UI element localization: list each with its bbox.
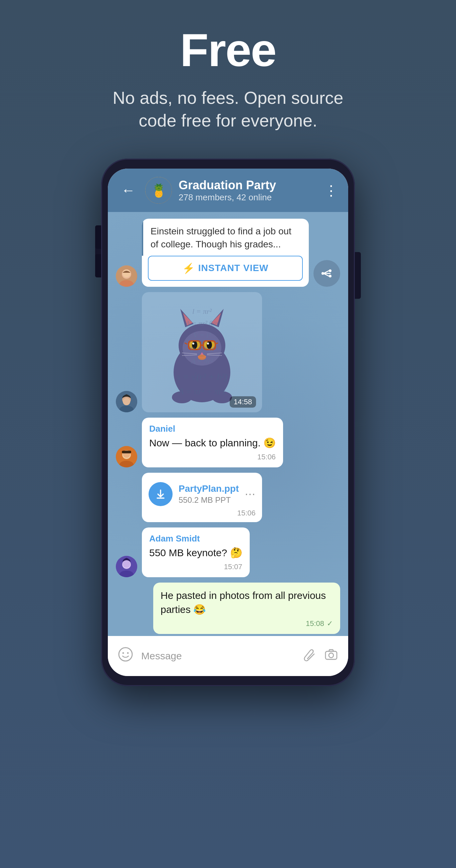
message-input-bar: Message (108, 636, 348, 676)
group-avatar-image: 🍍 (145, 177, 172, 204)
message-sender: Adam Smidt (149, 533, 242, 544)
file-info: PartyPlan.ppt 550.2 MB PPT (179, 484, 239, 505)
svg-point-5 (123, 270, 130, 277)
phone-side-button-right[interactable] (355, 252, 361, 299)
sent-message-bubble: He pasted in photos from all previous pa… (153, 583, 340, 634)
back-button[interactable]: ← (118, 179, 139, 202)
svg-point-6 (329, 270, 332, 272)
link-preview-bubble: Einstein struggled to find a job out of … (142, 219, 309, 286)
user-avatar-guy1 (116, 391, 137, 412)
svg-point-51 (127, 652, 129, 654)
app-bar: ← 🍍 Graduation Party 278 members, 42 onl… (108, 168, 348, 212)
svg-point-12 (123, 398, 130, 405)
group-status: 278 members, 42 online (179, 192, 317, 203)
instant-view-button[interactable]: ⚡ INSTANT VIEW (148, 256, 303, 281)
link-preview-text: Einstein struggled to find a job out of … (142, 219, 309, 255)
phone-side-buttons-left (95, 225, 101, 277)
avatar (116, 266, 137, 287)
lightning-icon: ⚡ (182, 262, 195, 274)
message-meta: 15:08 ✓ (160, 619, 333, 628)
svg-text:🍍: 🍍 (151, 183, 167, 198)
file-name: PartyPlan.ppt (179, 484, 239, 494)
page-background: Free No ads, no fees. Open source code f… (0, 0, 456, 868)
sticker-background: l = πr² A = πr² θ/π V = l³ P = 2πr A = π… (142, 292, 262, 412)
avatar (116, 556, 137, 577)
sticker-time: 14:58 (230, 396, 256, 408)
volume-down-button[interactable] (95, 254, 101, 277)
message-meta: 15:06 (149, 453, 276, 461)
svg-rect-52 (326, 651, 337, 659)
message-text: Now — back to planning. 😉 (149, 436, 276, 450)
user-avatar-girl (116, 266, 137, 287)
message-meta: 15:07 (149, 562, 242, 571)
attachment-button[interactable] (302, 647, 316, 665)
svg-point-50 (123, 652, 124, 654)
camera-icon (324, 647, 338, 661)
svg-point-48 (123, 560, 130, 567)
message-sender: Daniel (149, 424, 276, 434)
group-info: Graduation Party 278 members, 42 online (179, 178, 317, 203)
attachment-icon (302, 647, 316, 661)
message-row: PartyPlan.ppt 550.2 MB PPT ⋯ 15:06 (116, 473, 340, 522)
emoji-icon (118, 647, 133, 662)
message-bubble: Daniel Now — back to planning. 😉 15:06 (142, 417, 283, 467)
chat-area: Einstein struggled to find a job out of … (108, 212, 348, 636)
hero-title: Free (180, 27, 276, 73)
file-size: 550.2 MB PPT (179, 495, 239, 505)
message-time: 15:07 (224, 562, 242, 571)
message-time: 15:06 (237, 509, 255, 518)
phone-outer: ← 🍍 Graduation Party 278 members, 42 onl… (101, 159, 355, 686)
sticker-message-row: l = πr² A = πr² θ/π V = l³ P = 2πr A = π… (116, 292, 340, 412)
message-row: Daniel Now — back to planning. 😉 15:06 (116, 417, 340, 467)
svg-rect-43 (122, 451, 131, 453)
message-time: 15:06 (257, 453, 276, 461)
share-button[interactable] (313, 260, 340, 287)
hero-subtitle: No ads, no fees. Open source code free f… (94, 87, 362, 132)
volume-up-button[interactable] (95, 225, 101, 249)
svg-point-7 (329, 275, 332, 277)
phone-mockup: ← 🍍 Graduation Party 278 members, 42 onl… (101, 159, 355, 686)
sticker-container: l = πr² A = πr² θ/π V = l³ P = 2πr A = π… (142, 292, 262, 412)
file-options-button[interactable]: ⋯ (245, 488, 255, 500)
message-text: 550 MB keynote? 🤔 (149, 546, 242, 560)
sent-message-row: He pasted in photos from all previous pa… (116, 583, 340, 634)
svg-point-8 (322, 272, 324, 275)
svg-point-53 (329, 653, 333, 658)
user-avatar-guy3 (116, 556, 137, 577)
avatar (116, 391, 137, 412)
message-meta: 15:06 (149, 509, 255, 518)
phone-screen: ← 🍍 Graduation Party 278 members, 42 onl… (108, 168, 348, 676)
message-row: Adam Smidt 550 MB keynote? 🤔 15:07 (116, 527, 340, 577)
message-bubble: Adam Smidt 550 MB keynote? 🤔 15:07 (142, 527, 250, 577)
user-avatar-guy2 (116, 446, 137, 467)
file-attachment: PartyPlan.ppt 550.2 MB PPT ⋯ (149, 477, 255, 506)
group-name: Graduation Party (179, 178, 317, 192)
message-input-field[interactable]: Message (141, 650, 294, 662)
avatar (116, 446, 137, 467)
svg-point-49 (119, 648, 132, 661)
download-icon (155, 488, 166, 500)
share-icon (321, 268, 333, 279)
sticker-math-background: l = πr² A = πr² θ/π V = l³ P = 2πr A = π… (142, 292, 262, 412)
file-message-bubble: PartyPlan.ppt 550.2 MB PPT ⋯ 15:06 (142, 473, 262, 522)
menu-button[interactable]: ⋮ (324, 182, 338, 199)
emoji-button[interactable] (118, 647, 133, 666)
message-check-icon: ✓ (327, 619, 333, 628)
instant-view-label: INSTANT VIEW (198, 263, 269, 273)
group-avatar: 🍍 (145, 177, 172, 204)
message-text: He pasted in photos from all previous pa… (160, 589, 333, 617)
message-row: Einstein struggled to find a job out of … (116, 219, 340, 286)
message-time: 15:08 (306, 619, 324, 628)
file-download-button[interactable] (149, 482, 173, 506)
camera-button[interactable] (324, 647, 338, 665)
